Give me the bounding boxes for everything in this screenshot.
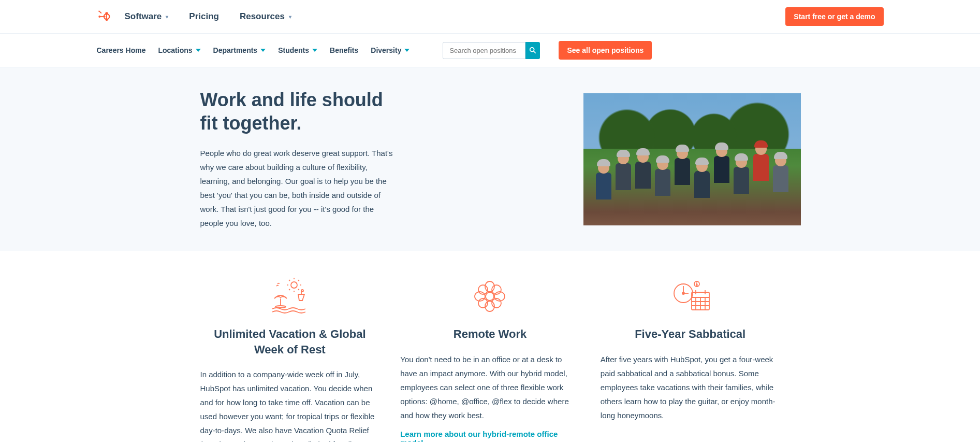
hero-body: People who do great work deserve great s… [200, 146, 397, 230]
svg-line-14 [298, 280, 299, 281]
benefit-title: Remote Work [400, 326, 580, 342]
caret-down-icon [312, 49, 317, 52]
benefits-section: Unlimited Vacation & Global Week of Rest… [0, 251, 980, 442]
hubspot-logo[interactable] [97, 10, 110, 23]
svg-point-33 [682, 292, 684, 294]
benefit-remote: Remote Work You don't need to be in an o… [400, 276, 580, 442]
benefit-vacation: Unlimited Vacation & Global Week of Rest… [200, 276, 380, 442]
chevron-down-icon: ▾ [166, 14, 168, 20]
subnav-locations[interactable]: Locations [158, 46, 200, 54]
subnav-students[interactable]: Students [278, 46, 317, 54]
subnav-label: Locations [158, 46, 192, 54]
nav-pricing[interactable]: Pricing [189, 11, 219, 22]
subnav-careers-home[interactable]: Careers Home [97, 46, 146, 54]
benefit-title: Unlimited Vacation & Global Week of Rest [200, 326, 380, 357]
svg-line-16 [298, 289, 299, 290]
see-all-positions-button[interactable]: See all open positions [559, 41, 652, 60]
hero-section: Work and life should fit together. Peopl… [0, 67, 980, 251]
svg-line-17 [289, 280, 290, 281]
nav-software[interactable]: Software▾ [125, 11, 169, 22]
svg-point-9 [291, 282, 297, 288]
benefit-body: After five years with HubSpot, you get a… [601, 352, 780, 422]
benefit-sabbatical: Five-Year Sabbatical After five years wi… [601, 276, 780, 442]
subnav-diversity[interactable]: Diversity [371, 46, 409, 54]
careers-navigation: Careers Home Locations Departments Stude… [0, 34, 980, 67]
nav-label: Pricing [189, 11, 219, 22]
start-free-button[interactable]: Start free or get a demo [785, 7, 883, 26]
benefit-body: In addition to a company-wide week off i… [200, 367, 380, 442]
hero-title: Work and life should fit together. [200, 88, 397, 135]
subnav-benefits[interactable]: Benefits [330, 46, 358, 54]
subnav-label: Departments [213, 46, 258, 54]
subnav-label: Students [278, 46, 309, 54]
caret-down-icon [196, 49, 201, 52]
svg-rect-5 [106, 14, 107, 19]
nav-resources[interactable]: Resources▾ [240, 11, 291, 22]
svg-point-36 [696, 284, 697, 286]
search-form [443, 42, 540, 59]
svg-point-3 [98, 10, 99, 11]
search-input[interactable] [443, 42, 525, 59]
hero-photo [583, 93, 801, 225]
nav-label: Software [125, 11, 162, 22]
benefit-body: You don't need to be in an office or at … [400, 352, 580, 422]
search-button[interactable] [525, 42, 540, 59]
search-icon [529, 47, 536, 54]
top-navigation: Software▾ Pricing Resources▾ Start free … [0, 0, 980, 34]
subnav-label: Diversity [371, 46, 401, 54]
remote-work-icon [400, 276, 580, 317]
subnav-departments[interactable]: Departments [213, 46, 266, 54]
benefit-link[interactable]: Learn more about our hybrid-remote offic… [400, 430, 580, 442]
sabbatical-icon [601, 276, 780, 317]
subnav-label: Benefits [330, 46, 358, 54]
svg-point-21 [486, 292, 494, 301]
svg-line-15 [289, 289, 290, 290]
chevron-down-icon: ▾ [289, 14, 291, 20]
caret-down-icon [404, 49, 409, 52]
nav-label: Resources [240, 11, 285, 22]
benefit-title: Five-Year Sabbatical [601, 326, 780, 342]
subnav-label: Careers Home [97, 46, 146, 54]
svg-point-20 [301, 290, 303, 292]
caret-down-icon [260, 49, 266, 52]
vacation-icon [200, 276, 380, 317]
svg-line-8 [534, 51, 536, 53]
